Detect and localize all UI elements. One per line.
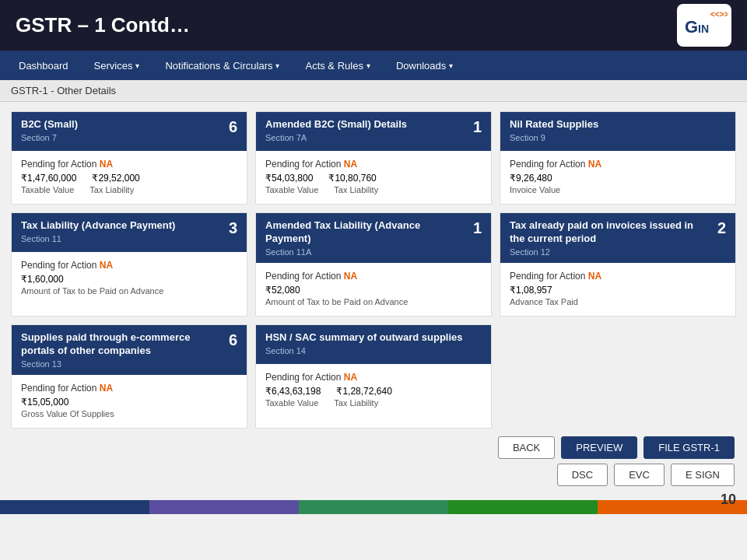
card-amended-b2c-number: 1: [473, 118, 482, 136]
card-amended-b2c-title: Amended B2C (Small) Details: [265, 118, 407, 131]
card-tpi-header: Tax already paid on invoices issued in t…: [500, 213, 735, 263]
esign-button[interactable]: E SIGN: [671, 464, 735, 486]
pending-na: NA: [100, 260, 113, 271]
card-tpi-section: Section 12: [510, 247, 711, 257]
preview-button[interactable]: PREVIEW: [561, 436, 637, 459]
card-ecom-section: Section 13: [21, 359, 223, 369]
amount-row: ₹54,03,800 ₹10,80,760: [265, 173, 482, 184]
pending-row: Pending for Action NA: [265, 271, 482, 282]
svg-text:<<>>: <<>>: [710, 10, 728, 19]
amount-row: ₹6,43,63,198 ₹1,28,72,640: [265, 386, 482, 397]
label1: Taxable Value: [21, 185, 74, 194]
amount-row: ₹1,60,000: [21, 274, 237, 285]
pending-row: Pending for Action NA: [510, 271, 726, 282]
amount1: ₹9,26,480: [510, 173, 552, 184]
color-bar-dark-green: [448, 500, 598, 514]
card-nil-rated-section: Section 9: [510, 133, 598, 142]
pending-na: NA: [100, 159, 113, 170]
card-tax-paid-invoices: Tax already paid on invoices issued in t…: [500, 212, 736, 317]
amount1: ₹1,47,60,000: [21, 173, 76, 184]
card-row-1: B2C (Small) Section 7 6 Pending for Acti…: [11, 111, 736, 205]
card-amended-b2c: Amended B2C (Small) Details Section 7A 1…: [255, 111, 492, 205]
pending-row: Pending for Action NA: [265, 159, 482, 170]
card-ecom-body: Pending for Action NA ₹15,05,000 Gross V…: [12, 375, 247, 428]
card-hsn-title: HSN / SAC summary of outward supplies: [265, 331, 463, 345]
card-ecom-title: Supplies paid through e-commerce portals…: [21, 331, 223, 358]
card-b2c-small-body: Pending for Action NA ₹1,47,60,000 ₹29,5…: [12, 151, 247, 204]
label1: Invoice Value: [510, 185, 560, 194]
card-tla-section: Section 11: [21, 234, 175, 243]
amount2: ₹10,80,760: [328, 173, 376, 184]
dsc-button[interactable]: DSC: [557, 464, 608, 486]
label1: Advance Tax Paid: [510, 297, 578, 306]
card-tpi-title: Tax already paid on invoices issued in t…: [510, 219, 711, 246]
pending-row: Pending for Action NA: [21, 260, 237, 271]
file-gstr-button[interactable]: FILE GSTR-1: [644, 436, 735, 459]
card-atl-body: Pending for Action NA ₹52,080 Amount of …: [256, 263, 491, 316]
navbar: Dashboard Services ▾ Notifications & Cir…: [0, 51, 747, 80]
card-hsn-sac: HSN / SAC summary of outward supplies Se…: [255, 324, 492, 429]
color-bar-purple: [149, 500, 299, 514]
pending-na: NA: [100, 383, 113, 394]
card-amended-tax-liability: Amended Tax Liability (Advance Payment) …: [255, 212, 492, 317]
card-b2c-small-title: B2C (Small): [21, 118, 78, 131]
label-row: Taxable Value Tax Liability: [265, 185, 482, 194]
card-ecom-header: Supplies paid through e-commerce portals…: [12, 325, 247, 375]
card-b2c-small-section: Section 7: [21, 133, 78, 142]
color-bar-green: [299, 500, 448, 514]
page-number: 10: [721, 492, 736, 508]
action-buttons-row1: BACK PREVIEW FILE GSTR-1: [11, 436, 736, 459]
card-nil-rated: Nil Rated Supplies Section 9 Pending for…: [500, 111, 736, 205]
back-button[interactable]: BACK: [498, 436, 555, 459]
amount1: ₹1,08,957: [510, 285, 552, 296]
app-header: GSTR – 1 Contd… G IN <<>>: [0, 0, 747, 51]
card-atl-section: Section 11A: [265, 247, 467, 257]
amount2: ₹29,52,000: [92, 173, 139, 184]
label2: Tax Liability: [89, 185, 134, 194]
pending-row: Pending for Action NA: [21, 383, 237, 394]
label1: Taxable Value: [265, 398, 318, 408]
card-atl-header: Amended Tax Liability (Advance Payment) …: [256, 213, 491, 263]
nav-services[interactable]: Services ▾: [83, 55, 151, 76]
card-nil-rated-header: Nil Rated Supplies Section 9: [500, 112, 735, 151]
evc-button[interactable]: EVC: [614, 464, 665, 486]
nav-acts-rules[interactable]: Acts & Rules ▾: [294, 55, 381, 76]
pending-na: NA: [588, 159, 601, 170]
nav-dashboard[interactable]: Dashboard: [8, 55, 79, 76]
label-row: Advance Tax Paid: [510, 297, 726, 306]
card-tla-number: 3: [229, 219, 237, 237]
label-row: Taxable Value Tax Liability: [21, 185, 237, 194]
pending-row: Pending for Action NA: [510, 159, 726, 170]
pending-row: Pending for Action NA: [265, 372, 482, 383]
card-atl-title: Amended Tax Liability (Advance Payment): [265, 219, 467, 246]
card-nil-rated-title: Nil Rated Supplies: [510, 118, 598, 131]
breadcrumb: GSTR-1 - Other Details: [0, 80, 747, 102]
label-row: Taxable Value Tax Liability: [265, 398, 482, 408]
label2: Tax Liability: [334, 398, 378, 408]
downloads-arrow-icon: ▾: [449, 61, 453, 70]
pending-row: Pending for Action NA: [21, 159, 237, 170]
label-row: Invoice Value: [510, 185, 726, 194]
card-amended-b2c-header: Amended B2C (Small) Details Section 7A 1: [256, 112, 491, 151]
notifications-arrow-icon: ▾: [275, 61, 279, 70]
pending-na: NA: [344, 372, 357, 383]
card-atl-number: 1: [473, 219, 482, 237]
card-tla-title: Tax Liability (Advance Payment): [21, 219, 175, 233]
color-bar: [0, 500, 747, 514]
amount-row: ₹1,47,60,000 ₹29,52,000: [21, 173, 237, 184]
label-row: Amount of Tax to be Paid on Advance: [21, 286, 237, 296]
nav-notifications[interactable]: Notifications & Circulars ▾: [154, 55, 290, 76]
card-b2c-small-header: B2C (Small) Section 7 6: [12, 112, 247, 151]
nav-downloads[interactable]: Downloads ▾: [385, 55, 464, 76]
card-b2c-small: B2C (Small) Section 7 6 Pending for Acti…: [11, 111, 247, 205]
label2: Tax Liability: [334, 185, 378, 194]
logo-text: G IN <<>>: [681, 5, 728, 47]
card-tpi-body: Pending for Action NA ₹1,08,957 Advance …: [500, 263, 735, 316]
amount1: ₹6,43,63,198: [265, 386, 321, 397]
card-tla-body: Pending for Action NA ₹1,60,000 Amount o…: [12, 252, 247, 305]
amount-row: ₹1,08,957: [510, 285, 726, 296]
label1: Taxable Value: [265, 185, 318, 194]
card-ecom-number: 6: [229, 331, 237, 349]
label1: Gross Value Of Supplies: [21, 409, 114, 418]
card-hsn-section: Section 14: [265, 346, 463, 355]
